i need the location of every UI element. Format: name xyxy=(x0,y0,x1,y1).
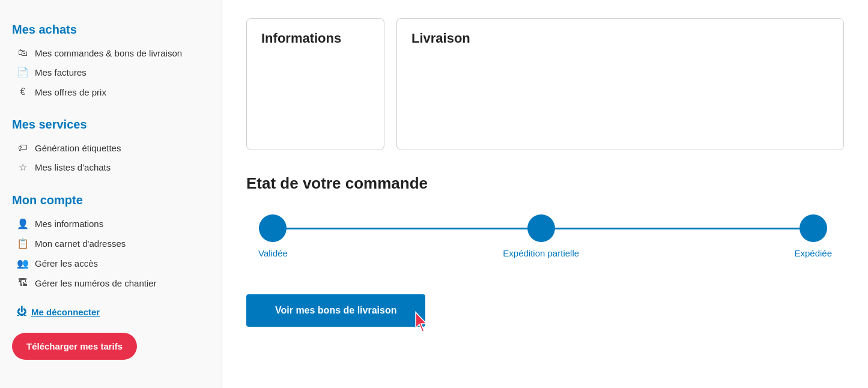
step-label-validee: Validée xyxy=(258,248,288,258)
sidebar: Mes achats 🛍 Mes commandes & bons de liv… xyxy=(0,0,222,388)
order-status-title: Etat de votre commande xyxy=(246,174,844,193)
address-book-icon: 📋 xyxy=(17,238,29,249)
star-icon: ☆ xyxy=(17,162,29,173)
sidebar-item-etiquettes[interactable]: 🏷 Génération étiquettes xyxy=(12,139,210,157)
logout-link[interactable]: ⏻ Me déconnecter xyxy=(12,303,210,321)
cards-row: Informations Livraison xyxy=(246,18,844,150)
euro-icon: € xyxy=(17,86,29,97)
logout-icon: ⏻ xyxy=(17,306,26,317)
progress-tracker: Validée Expédition partielle Expédiée xyxy=(258,214,832,258)
document-icon: 📄 xyxy=(17,67,29,78)
mes-services-title: Mes services xyxy=(12,118,210,132)
mes-achats-title: Mes achats xyxy=(12,23,210,37)
step-expediee: Expédiée xyxy=(794,214,832,258)
sidebar-item-factures[interactable]: 📄 Mes factures xyxy=(12,63,210,82)
step-label-expediee: Expédiée xyxy=(794,248,832,258)
users-icon: 👥 xyxy=(17,258,29,269)
informations-card: Informations xyxy=(246,18,384,150)
step-dot-expediee xyxy=(800,214,827,242)
cta-container: Voir mes bons de livraison xyxy=(246,288,425,327)
voir-bons-button[interactable]: Voir mes bons de livraison xyxy=(246,294,425,327)
informations-card-title: Informations xyxy=(261,31,369,46)
step-dot-validee xyxy=(259,214,287,242)
sidebar-item-commandes[interactable]: 🛍 Mes commandes & bons de livraison xyxy=(12,44,210,62)
livraison-card-title: Livraison xyxy=(411,31,829,46)
user-icon: 👤 xyxy=(17,218,29,229)
step-expedition-partielle: Expédition partielle xyxy=(503,214,579,258)
shopping-bag-icon: 🛍 xyxy=(17,47,29,58)
download-tarifs-button[interactable]: Télécharger mes tarifs xyxy=(12,333,137,360)
sidebar-item-listes[interactable]: ☆ Mes listes d'achats xyxy=(12,158,210,177)
step-validee: Validée xyxy=(258,214,288,258)
tag-icon: 🏷 xyxy=(17,142,29,153)
sidebar-item-informations[interactable]: 👤 Mes informations xyxy=(12,214,210,233)
mon-compte-title: Mon compte xyxy=(12,193,210,207)
livraison-card: Livraison xyxy=(396,18,844,150)
sidebar-item-carnet[interactable]: 📋 Mon carnet d'adresses xyxy=(12,234,210,253)
sidebar-item-acces[interactable]: 👥 Gérer les accès xyxy=(12,254,210,273)
step-label-expedition-partielle: Expédition partielle xyxy=(503,248,579,258)
sidebar-item-offres[interactable]: € Mes offres de prix xyxy=(12,83,210,101)
step-dot-expedition-partielle xyxy=(527,214,555,242)
construction-icon: 🏗 xyxy=(17,277,29,288)
main-content: Informations Livraison Etat de votre com… xyxy=(222,0,868,388)
order-status-section: Etat de votre commande Validée Expéditio… xyxy=(246,174,844,327)
sidebar-item-chantier[interactable]: 🏗 Gérer les numéros de chantier xyxy=(12,274,210,292)
